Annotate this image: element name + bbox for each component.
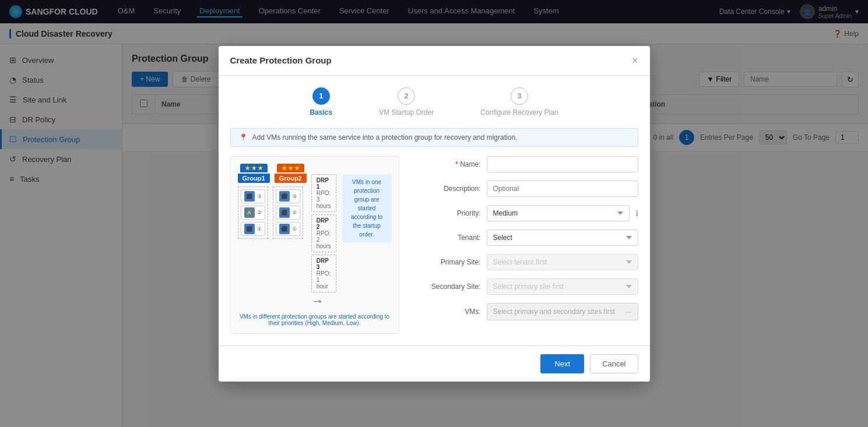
group1-star2: ★ xyxy=(251,165,256,171)
group2-star1: ★ xyxy=(282,165,287,171)
vm-box-2: A ② xyxy=(241,206,265,220)
description-input[interactable] xyxy=(487,181,638,197)
info-icon: 📍 xyxy=(239,133,248,142)
cancel-button[interactable]: Cancel xyxy=(590,354,638,373)
step-3: 3 Configure Recovery Plan xyxy=(480,87,558,117)
vm-badge-2: ② xyxy=(257,210,262,216)
tenant-label: Tenant: xyxy=(411,234,481,242)
vm-icon-5: ⬛ xyxy=(279,207,290,218)
group2-header-col: ★ ★ ★ Group2 xyxy=(275,164,307,183)
group-columns: ★ ★ ★ Group1 ★ ★ xyxy=(238,164,307,239)
name-label: Name: xyxy=(411,160,481,168)
form-area: Name: Description: Priority: High Medium… xyxy=(411,156,638,334)
tenant-select[interactable]: Select xyxy=(487,230,638,246)
create-protection-group-modal: Create Protection Group × 1 Basics 2 VM … xyxy=(219,46,650,382)
step-2-circle: 2 xyxy=(398,87,415,105)
vm-badge-3: ① xyxy=(257,226,262,232)
primary-site-label: Primary Site: xyxy=(411,258,481,266)
vm-icon-6: ⬛ xyxy=(279,224,290,234)
form-row-description: Description: xyxy=(411,181,638,197)
steps: 1 Basics 2 VM Startup Order 3 Configure … xyxy=(230,87,638,117)
vm-icon-1: ⬛ xyxy=(244,191,255,202)
primary-site-select[interactable]: Select tenant first xyxy=(487,254,638,270)
vm-box-6: ⬛ ① xyxy=(276,222,300,236)
vms-description: VMs in one protection group are started … xyxy=(342,174,392,242)
bottom-arrow: → xyxy=(311,294,324,309)
secondary-site-label: Secondary Site: xyxy=(411,283,481,291)
vms-desc-text: VMs in one protection group are started … xyxy=(351,179,382,238)
close-button[interactable]: × xyxy=(632,55,638,66)
diagram-main: ★ ★ ★ Group1 ★ ★ xyxy=(238,164,392,309)
group2-vms: ⬛ ③ ⬛ ② ⬛ ① xyxy=(273,186,303,239)
info-text: Add VMs running the same service into a … xyxy=(252,133,518,142)
group2-label: Group2 xyxy=(275,174,307,183)
modal-content-grid: ★ ★ ★ Group1 ★ ★ xyxy=(230,156,638,334)
secondary-site-select[interactable]: Select primary site first xyxy=(487,278,638,295)
group1-header-col: ★ ★ ★ Group1 xyxy=(238,164,270,183)
form-row-primary-site: Primary Site: Select tenant first xyxy=(411,254,638,270)
diagram-area: ★ ★ ★ Group1 ★ ★ xyxy=(230,156,399,334)
form-row-name: Name: xyxy=(411,156,638,172)
drp3-rpo: RPO: 1 hour xyxy=(317,270,331,290)
modal-footer: Next Cancel xyxy=(219,345,650,382)
vm-badge-6: ① xyxy=(292,226,297,232)
step-3-circle: 3 xyxy=(511,87,528,105)
priority-info-icon[interactable]: ℹ xyxy=(635,209,638,218)
vm-badge-1: ③ xyxy=(257,193,262,199)
vm-badge-5: ② xyxy=(292,210,297,216)
vm-box-3: ⬛ ① xyxy=(241,222,265,236)
drp2-rpo: RPO: 2 hours xyxy=(317,230,331,249)
step-1-label: Basics xyxy=(310,108,332,117)
group2-header: ★ ★ ★ xyxy=(277,164,304,172)
form-row-tenant: Tenant: Select xyxy=(411,230,638,246)
vm-icon-2: A xyxy=(244,207,255,218)
priority-select[interactable]: High Medium Low xyxy=(487,205,630,221)
drp-item-2: DRP 2 RPO: 2 hours xyxy=(311,214,336,252)
form-row-secondary-site: Secondary Site: Select primary site firs… xyxy=(411,278,638,295)
drp2-name: DRP 2 xyxy=(317,217,331,230)
next-button[interactable]: Next xyxy=(540,354,584,373)
modal-header: Create Protection Group × xyxy=(219,46,650,76)
arrow-drp-row: DRP 1 RPO: 3 hours DRP 2 RPO: 2 hours DR… xyxy=(311,164,392,292)
vm-rows-container: ⬛ ③ A ② ⬛ ① xyxy=(238,186,307,239)
modal-title: Create Protection Group xyxy=(230,55,332,65)
drp1-name: DRP 1 xyxy=(317,177,331,190)
group-headers: ★ ★ ★ Group1 ★ ★ xyxy=(238,164,307,183)
step-2-label: VM Startup Order xyxy=(379,108,434,117)
info-banner: 📍 Add VMs running the same service into … xyxy=(230,128,638,147)
step-1: 1 Basics xyxy=(310,87,332,117)
group1-vms: ⬛ ③ A ② ⬛ ① xyxy=(238,186,268,239)
vm-icon-4: ⬛ xyxy=(279,191,290,202)
group1-star3: ★ xyxy=(258,165,263,171)
modal-overlay: Create Protection Group × 1 Basics 2 VM … xyxy=(0,0,868,427)
vms-label: VMs: xyxy=(411,308,481,316)
drp3-name: DRP 3 xyxy=(317,257,331,270)
group2-star2: ★ xyxy=(288,165,293,171)
group1-label: Group1 xyxy=(238,174,270,183)
vm-box-4: ⬛ ③ xyxy=(276,189,300,203)
drp1-rpo: RPO: 3 hours xyxy=(317,190,331,209)
vm-badge-4: ③ xyxy=(292,193,297,199)
name-input[interactable] xyxy=(487,156,638,172)
vms-dots-icon: ··· xyxy=(625,307,632,316)
drp-items: DRP 1 RPO: 3 hours DRP 2 RPO: 2 hours DR… xyxy=(311,174,336,292)
right-side: DRP 1 RPO: 3 hours DRP 2 RPO: 2 hours DR… xyxy=(311,164,392,309)
step-3-label: Configure Recovery Plan xyxy=(480,108,558,117)
vms-placeholder: Select primary and secondary sites first xyxy=(493,308,615,316)
drp-item-3: DRP 3 RPO: 1 hour xyxy=(311,255,336,292)
vm-box-5: ⬛ ② xyxy=(276,206,300,220)
group2-star3: ★ xyxy=(294,165,300,171)
vms-field: Select primary and secondary sites first… xyxy=(487,303,638,320)
step-2: 2 VM Startup Order xyxy=(379,87,434,117)
group1-header: ★ ★ ★ xyxy=(240,164,268,172)
step-1-circle: 1 xyxy=(312,87,330,105)
group1-star1: ★ xyxy=(245,165,250,171)
modal-body: 1 Basics 2 VM Startup Order 3 Configure … xyxy=(219,76,650,345)
form-row-vms: VMs: Select primary and secondary sites … xyxy=(411,303,638,320)
form-row-priority: Priority: High Medium Low ℹ xyxy=(411,205,638,221)
vm-box-1: ⬛ ③ xyxy=(241,189,265,203)
vm-icon-3: ⬛ xyxy=(244,224,255,234)
priority-label: Priority: xyxy=(411,209,481,217)
bottom-description: VMs in different protection groups are s… xyxy=(238,313,392,326)
description-label: Description: xyxy=(411,185,481,193)
